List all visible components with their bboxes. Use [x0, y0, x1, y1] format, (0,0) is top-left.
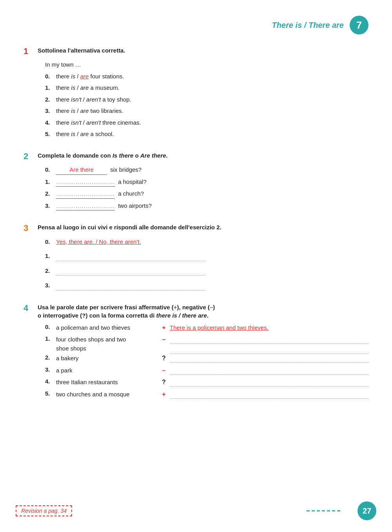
- exercise-4-instruction: Usa le parole date per scrivere frasi af…: [38, 303, 368, 320]
- exercise-4: 4 Usa le parole date per scrivere frasi …: [24, 303, 368, 399]
- list-item: 3.a park–: [45, 366, 368, 375]
- exercise-1-context-text: In my town …: [45, 60, 368, 69]
- exercise-1: 1 Sottolinea l'alternativa corretta. In …: [24, 46, 368, 139]
- list-item: 4.three Italian restaurants?: [45, 378, 368, 387]
- exercise-1-header: 1 Sottolinea l'alternativa corretta.: [24, 46, 368, 56]
- exercise-1-instruction: Sottolinea l'alternativa corretta.: [38, 46, 368, 54]
- list-item: 1.………………………… a hospital?: [45, 178, 368, 187]
- exercise-4-header: 4 Usa le parole date per scrivere frasi …: [24, 303, 368, 320]
- exercise-3-number: 3: [24, 223, 38, 233]
- exercise-2-instruction: Completa le domande con Is there o Are t…: [38, 151, 368, 160]
- header-title: There is / There are: [272, 21, 344, 30]
- list-item: 1.: [45, 252, 368, 261]
- exercise-3-items: 0.Yes, there are. / No, there aren't.1. …: [45, 238, 368, 291]
- revision-label: Revision: [21, 508, 42, 514]
- exercise-4-items: 0.a policeman and two thieves+There is a…: [45, 323, 368, 399]
- exercise-3-header: 3 Pensa al luogo in cui vivi e rispondi …: [24, 223, 368, 233]
- list-item: 3.there is / are two libraries.: [45, 107, 368, 116]
- list-item: 0.a policeman and two thieves+There is a…: [45, 323, 368, 332]
- exercise-1-number: 1: [24, 46, 38, 56]
- exercise-3-items-list: 0.Yes, there are. / No, there aren't.1. …: [45, 238, 368, 291]
- exercise-1-items: 0.there is / are four stations.1.there i…: [45, 72, 368, 139]
- list-item: 2.: [45, 267, 368, 276]
- list-item: 3.: [45, 281, 368, 291]
- revision-page: a pag. 34: [44, 508, 67, 514]
- exercise-4-number: 4: [24, 303, 38, 313]
- list-item: 3.………………………… two airports?: [45, 202, 368, 211]
- exercise-2-items-list: 0.Are there six bridges?1.………………………… a h…: [45, 165, 368, 211]
- list-item: 0.Are there six bridges?: [45, 165, 368, 175]
- list-item: 0.there is / are four stations.: [45, 72, 368, 81]
- exercise-2: 2 Completa le domande con Is there o Are…: [24, 151, 368, 211]
- list-item: 5.two churches and a mosque+: [45, 390, 368, 399]
- exercise-2-header: 2 Completa le domande con Is there o Are…: [24, 151, 368, 162]
- list-item: 2.………………………… a church?: [45, 189, 368, 199]
- exercise-1-context: In my town … 0.there is / are four stati…: [45, 60, 368, 139]
- revision-box[interactable]: Revision a pag. 34: [16, 505, 72, 516]
- header-number: 7: [350, 16, 368, 34]
- list-item: 4.there isn't / aren't three cinemas.: [45, 118, 368, 127]
- exercise-3: 3 Pensa al luogo in cui vivi e rispondi …: [24, 223, 368, 290]
- list-item: 5.there is / are a school.: [45, 130, 368, 139]
- list-item: 2.there isn't / aren't a toy shop.: [45, 95, 368, 104]
- exercise-2-items: 0.Are there six bridges?1.………………………… a h…: [45, 165, 368, 211]
- exercise-2-number: 2: [24, 151, 38, 162]
- exercise-3-instruction: Pensa al luogo in cui vivi e rispondi al…: [38, 223, 368, 231]
- page-number: 27: [358, 501, 376, 520]
- exercise-4-items-list: 0.a policeman and two thieves+There is a…: [45, 323, 368, 399]
- page-header: There is / There are 7: [24, 12, 368, 34]
- list-item: 1.four clothes shops and twoshoe shops–: [45, 335, 368, 354]
- list-item: 1.there is / are a museum.: [45, 84, 368, 93]
- list-item: 0.Yes, there are. / No, there aren't.: [45, 238, 368, 247]
- page-footer: Revision a pag. 34 27: [0, 501, 392, 520]
- list-item: 2.a bakery?: [45, 354, 368, 363]
- dashed-decoration: [307, 505, 358, 517]
